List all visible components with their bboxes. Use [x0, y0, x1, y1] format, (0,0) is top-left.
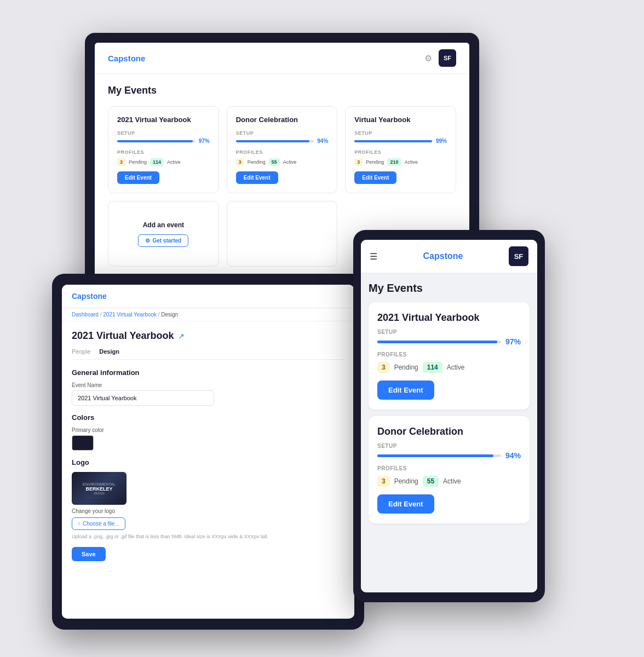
tab-design[interactable]: Design — [99, 348, 119, 355]
laptop-active-badge-1: 114 — [150, 158, 164, 166]
laptop-active-label-2: Active — [283, 159, 297, 165]
tr-event-card-2: Donor Celebration SETUP 94% PROFILES 3 P… — [369, 416, 530, 523]
laptop-active-badge-3: 210 — [387, 158, 401, 166]
tr-active-badge-1: 114 — [423, 362, 442, 373]
logo-img-main: BERKELEY — [83, 486, 116, 492]
yearbook-title: 2021 Virtual Yearbook — [72, 330, 174, 342]
add-event-card: Add an event ⚙ Get started — [108, 201, 219, 267]
logo-image-inner: ENVIRONMENTAL BERKELEY DESIGN — [83, 482, 116, 495]
laptop-progress-bg-1 — [117, 140, 196, 142]
laptop-progress-pct-2: 94% — [317, 138, 328, 144]
laptop-progress-bg-2 — [236, 140, 314, 142]
tr-profiles-row-1: 3 Pending 114 Active — [377, 362, 521, 373]
tr-setup-label-1: SETUP — [377, 329, 521, 335]
laptop-avatar[interactable]: SF — [439, 49, 456, 67]
laptop-pending-label-3: Pending — [366, 159, 384, 165]
laptop-progress-row-1: 97% — [117, 138, 210, 144]
gear-icon[interactable]: ⚙ — [424, 53, 432, 64]
laptop-event-card-1: 2021 Virtual Yearbook SETUP 97% PROFILES… — [108, 106, 219, 193]
laptop-events-grid: 2021 Virtual Yearbook SETUP 97% PROFILES… — [108, 106, 456, 193]
laptop-profiles-label-3: PROFILES — [354, 149, 447, 155]
laptop-edit-btn-2[interactable]: Edit Event — [236, 171, 278, 184]
tablet-left-header: Capstone — [62, 285, 354, 308]
laptop-edit-btn-1[interactable]: Edit Event — [117, 171, 159, 184]
primary-color-swatch[interactable] — [72, 435, 94, 451]
tr-progress-row-2: 94% — [377, 451, 521, 460]
colors-section: Colors Primary color — [72, 413, 344, 451]
tr-pending-label-1: Pending — [394, 364, 418, 371]
tablet-right-logo: Capstone — [423, 251, 463, 261]
upload-icon: ↑ — [78, 521, 81, 527]
laptop-setup-label-1: SETUP — [117, 130, 210, 136]
tablet-right-header: ☰ Capstone SF — [361, 240, 537, 273]
tr-pending-badge-2: 3 — [377, 476, 390, 487]
laptop-event-card-2: Donor Celebration SETUP 94% PROFILES 3 P… — [227, 106, 338, 193]
event-name-input[interactable] — [72, 390, 214, 406]
laptop-active-badge-2: 55 — [269, 158, 280, 166]
tr-pending-badge-1: 3 — [377, 362, 390, 373]
tr-progress-pct-2: 94% — [505, 451, 521, 460]
gear-small-icon: ⚙ — [145, 238, 150, 244]
choose-file-button[interactable]: ↑ Choose a file... — [72, 517, 125, 530]
tr-progress-fill-2 — [377, 454, 493, 457]
yearbook-title-row: 2021 Virtual Yearbook ↗ — [72, 330, 344, 342]
tablet-left-logo: Capstone — [72, 292, 107, 301]
laptop-progress-pct-3: 99% — [436, 138, 447, 144]
tr-active-badge-2: 55 — [423, 476, 439, 487]
tablet-left-main: 2021 Virtual Yearbook ↗ People Design Ge… — [62, 321, 354, 617]
tablet-right-main: My Events 2021 Virtual Yearbook SETUP 97… — [361, 273, 537, 592]
tr-page-title: My Events — [369, 282, 530, 295]
external-link-icon[interactable]: ↗ — [178, 332, 185, 341]
laptop-event-card-3: Virtual Yearbook SETUP 99% PROFILES 3 Pe… — [345, 106, 456, 193]
laptop-active-label-1: Active — [167, 159, 181, 165]
laptop-pending-label-2: Pending — [248, 159, 266, 165]
tr-event-title-2: Donor Celebration — [377, 426, 521, 437]
get-started-button[interactable]: ⚙ Get started — [138, 234, 188, 247]
logo-img-sub: DESIGN — [83, 492, 116, 495]
logo-section: Logo ENVIRONMENTAL BERKELEY DESIGN Chang… — [72, 458, 344, 540]
save-button[interactable]: Save — [72, 547, 106, 561]
logo-img-text-1: ENVIRONMENTAL — [83, 482, 116, 486]
tr-profiles-label-1: PROFILES — [377, 351, 521, 358]
tr-profiles-row-2: 3 Pending 55 Active — [377, 476, 521, 487]
event-name-label: Event Name — [72, 382, 344, 388]
laptop-app-header: Capstone ⚙ SF — [95, 43, 469, 74]
laptop-logo: Capstone — [108, 54, 145, 63]
laptop-event-title-2: Donor Celebration — [236, 116, 329, 124]
laptop-pending-badge-3: 3 — [354, 158, 363, 166]
tr-progress-bg-2 — [377, 454, 501, 457]
tr-event-card-1: 2021 Virtual Yearbook SETUP 97% PROFILES… — [369, 302, 530, 410]
tr-edit-btn-2[interactable]: Edit Event — [377, 494, 434, 514]
laptop-pending-label-1: Pending — [129, 159, 147, 165]
laptop-profiles-row-3: 3 Pending 210 Active — [354, 158, 447, 166]
tr-progress-pct-1: 97% — [505, 337, 521, 346]
tr-setup-label-2: SETUP — [377, 443, 521, 449]
laptop-header-right: ⚙ SF — [424, 49, 456, 67]
laptop-edit-btn-3[interactable]: Edit Event — [354, 171, 396, 184]
laptop-progress-bg-3 — [354, 140, 433, 142]
laptop-setup-label-3: SETUP — [354, 130, 447, 136]
hamburger-icon[interactable]: ☰ — [370, 251, 377, 262]
tr-event-title-1: 2021 Virtual Yearbook — [377, 312, 521, 324]
general-info-title: General information — [72, 368, 344, 377]
general-info-section: General information Event Name — [72, 368, 344, 413]
tab-nav: People Design — [72, 348, 344, 360]
tr-progress-fill-1 — [377, 341, 497, 343]
tr-profiles-label-2: PROFILES — [377, 465, 521, 471]
tr-progress-bg-1 — [377, 341, 501, 343]
laptop-event-title-3: Virtual Yearbook — [354, 116, 447, 124]
laptop-progress-pct-1: 97% — [199, 138, 210, 144]
laptop-progress-row-3: 99% — [354, 138, 447, 144]
laptop-profiles-row-1: 3 Pending 114 Active — [117, 158, 210, 166]
tablet-right-avatar[interactable]: SF — [509, 246, 528, 266]
laptop-progress-fill-3 — [354, 140, 432, 142]
tr-progress-row-1: 97% — [377, 337, 521, 346]
add-event-title: Add an event — [143, 221, 184, 229]
laptop-profiles-row-2: 3 Pending 55 Active — [236, 158, 329, 166]
change-logo-label: Change your logo — [72, 508, 344, 514]
laptop-pending-badge-2: 3 — [236, 158, 244, 166]
laptop-pending-badge-1: 3 — [117, 158, 125, 166]
tr-edit-btn-1[interactable]: Edit Event — [377, 381, 434, 400]
tab-people[interactable]: People — [72, 348, 90, 355]
laptop-progress-fill-2 — [236, 140, 309, 142]
